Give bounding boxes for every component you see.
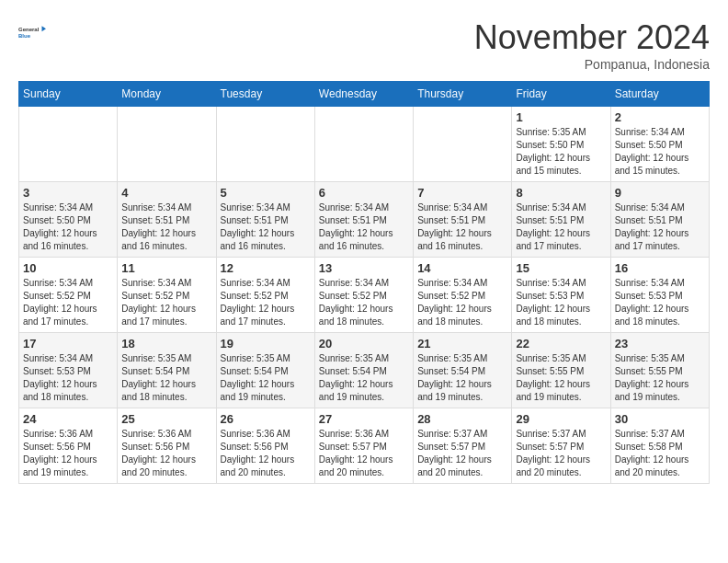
calendar-cell: 6Sunrise: 5:34 AM Sunset: 5:51 PM Daylig… — [314, 182, 413, 258]
calendar-cell: 29Sunrise: 5:37 AM Sunset: 5:57 PM Dayli… — [512, 408, 610, 484]
calendar-cell: 23Sunrise: 5:35 AM Sunset: 5:55 PM Dayli… — [610, 333, 709, 408]
day-info: Sunrise: 5:34 AM Sunset: 5:50 PM Dayligh… — [23, 201, 113, 253]
title-block: November 2024 Pompanua, Indonesia — [474, 18, 710, 72]
calendar-week-row-3: 10Sunrise: 5:34 AM Sunset: 5:52 PM Dayli… — [19, 258, 710, 333]
day-number: 20 — [319, 337, 409, 350]
day-info: Sunrise: 5:35 AM Sunset: 5:54 PM Dayligh… — [221, 352, 311, 404]
day-info: Sunrise: 5:36 AM Sunset: 5:56 PM Dayligh… — [121, 428, 211, 479]
calendar-cell: 22Sunrise: 5:35 AM Sunset: 5:55 PM Dayli… — [512, 333, 610, 408]
calendar-week-row-1: 1Sunrise: 5:35 AM Sunset: 5:50 PM Daylig… — [19, 107, 710, 182]
calendar-cell: 26Sunrise: 5:36 AM Sunset: 5:56 PM Dayli… — [216, 408, 314, 484]
day-number: 7 — [417, 186, 507, 200]
day-number: 15 — [516, 261, 606, 275]
calendar-cell: 30Sunrise: 5:37 AM Sunset: 5:58 PM Dayli… — [610, 408, 709, 484]
day-number: 30 — [615, 412, 705, 426]
calendar-cell — [19, 107, 118, 182]
day-info: Sunrise: 5:34 AM Sunset: 5:51 PM Dayligh… — [121, 201, 211, 253]
calendar-cell: 18Sunrise: 5:35 AM Sunset: 5:54 PM Dayli… — [118, 333, 216, 408]
day-number: 6 — [319, 186, 409, 200]
calendar-cell: 12Sunrise: 5:34 AM Sunset: 5:52 PM Dayli… — [216, 258, 314, 333]
day-number: 8 — [516, 186, 606, 200]
calendar-cell: 5Sunrise: 5:34 AM Sunset: 5:51 PM Daylig… — [216, 182, 314, 258]
calendar-cell: 20Sunrise: 5:35 AM Sunset: 5:54 PM Dayli… — [314, 333, 413, 408]
calendar-cell: 10Sunrise: 5:34 AM Sunset: 5:52 PM Dayli… — [19, 258, 118, 333]
svg-marker-2 — [42, 26, 47, 31]
calendar-cell: 28Sunrise: 5:37 AM Sunset: 5:57 PM Dayli… — [414, 408, 512, 484]
day-number: 2 — [615, 110, 705, 124]
day-number: 19 — [221, 337, 311, 350]
day-info: Sunrise: 5:34 AM Sunset: 5:50 PM Dayligh… — [615, 126, 705, 178]
day-info: Sunrise: 5:36 AM Sunset: 5:56 PM Dayligh… — [221, 428, 311, 479]
calendar-header-tuesday: Tuesday — [216, 82, 314, 107]
logo-icon: GeneralBlue — [18, 18, 46, 46]
day-number: 14 — [417, 261, 507, 275]
day-number: 3 — [23, 186, 113, 200]
calendar-cell — [314, 107, 413, 182]
calendar-cell: 14Sunrise: 5:34 AM Sunset: 5:52 PM Dayli… — [414, 258, 512, 333]
day-info: Sunrise: 5:37 AM Sunset: 5:57 PM Dayligh… — [516, 428, 606, 479]
svg-text:General: General — [18, 27, 40, 32]
calendar-cell: 11Sunrise: 5:34 AM Sunset: 5:52 PM Dayli… — [118, 258, 216, 333]
day-number: 13 — [319, 261, 409, 275]
calendar-header-saturday: Saturday — [610, 82, 709, 107]
day-number: 1 — [516, 110, 606, 124]
calendar-week-row-4: 17Sunrise: 5:34 AM Sunset: 5:53 PM Dayli… — [19, 333, 710, 408]
calendar-cell — [414, 107, 512, 182]
day-number: 26 — [221, 412, 311, 426]
calendar-table: SundayMondayTuesdayWednesdayThursdayFrid… — [18, 81, 710, 484]
calendar-header-thursday: Thursday — [414, 82, 512, 107]
day-info: Sunrise: 5:34 AM Sunset: 5:52 PM Dayligh… — [417, 277, 507, 328]
day-info: Sunrise: 5:36 AM Sunset: 5:56 PM Dayligh… — [23, 428, 113, 479]
calendar-header-wednesday: Wednesday — [314, 82, 413, 107]
day-info: Sunrise: 5:34 AM Sunset: 5:53 PM Dayligh… — [23, 352, 113, 404]
calendar-header-sunday: Sunday — [19, 82, 118, 107]
day-info: Sunrise: 5:34 AM Sunset: 5:51 PM Dayligh… — [319, 201, 409, 253]
day-number: 27 — [319, 412, 409, 426]
day-info: Sunrise: 5:34 AM Sunset: 5:51 PM Dayligh… — [417, 201, 507, 253]
day-number: 18 — [121, 337, 211, 350]
calendar-cell: 9Sunrise: 5:34 AM Sunset: 5:51 PM Daylig… — [610, 182, 709, 258]
day-info: Sunrise: 5:37 AM Sunset: 5:57 PM Dayligh… — [417, 428, 507, 479]
calendar-cell: 13Sunrise: 5:34 AM Sunset: 5:52 PM Dayli… — [314, 258, 413, 333]
calendar-cell: 7Sunrise: 5:34 AM Sunset: 5:51 PM Daylig… — [414, 182, 512, 258]
day-info: Sunrise: 5:34 AM Sunset: 5:52 PM Dayligh… — [221, 277, 311, 328]
day-number: 5 — [221, 186, 311, 200]
day-number: 16 — [615, 261, 705, 275]
day-number: 28 — [417, 412, 507, 426]
calendar-cell: 25Sunrise: 5:36 AM Sunset: 5:56 PM Dayli… — [118, 408, 216, 484]
calendar-header-monday: Monday — [118, 82, 216, 107]
day-info: Sunrise: 5:35 AM Sunset: 5:55 PM Dayligh… — [615, 352, 705, 404]
calendar-cell — [216, 107, 314, 182]
day-info: Sunrise: 5:35 AM Sunset: 5:54 PM Dayligh… — [319, 352, 409, 404]
calendar-cell: 3Sunrise: 5:34 AM Sunset: 5:50 PM Daylig… — [19, 182, 118, 258]
logo: GeneralBlue — [18, 18, 46, 46]
day-info: Sunrise: 5:36 AM Sunset: 5:57 PM Dayligh… — [319, 428, 409, 479]
day-info: Sunrise: 5:37 AM Sunset: 5:58 PM Dayligh… — [615, 428, 705, 479]
page-header: GeneralBlue November 2024 Pompanua, Indo… — [18, 18, 710, 72]
calendar-cell: 8Sunrise: 5:34 AM Sunset: 5:51 PM Daylig… — [512, 182, 610, 258]
day-info: Sunrise: 5:34 AM Sunset: 5:52 PM Dayligh… — [23, 277, 113, 328]
day-number: 23 — [615, 337, 705, 350]
day-number: 21 — [417, 337, 507, 350]
day-info: Sunrise: 5:34 AM Sunset: 5:52 PM Dayligh… — [121, 277, 211, 328]
calendar-header-friday: Friday — [512, 82, 610, 107]
calendar-cell: 2Sunrise: 5:34 AM Sunset: 5:50 PM Daylig… — [610, 107, 709, 182]
calendar-cell: 27Sunrise: 5:36 AM Sunset: 5:57 PM Dayli… — [314, 408, 413, 484]
calendar-cell: 16Sunrise: 5:34 AM Sunset: 5:53 PM Dayli… — [610, 258, 709, 333]
day-info: Sunrise: 5:35 AM Sunset: 5:55 PM Dayligh… — [516, 352, 606, 404]
day-number: 22 — [516, 337, 606, 350]
day-info: Sunrise: 5:35 AM Sunset: 5:54 PM Dayligh… — [417, 352, 507, 404]
location: Pompanua, Indonesia — [474, 57, 710, 72]
month-title: November 2024 — [474, 18, 710, 57]
day-info: Sunrise: 5:34 AM Sunset: 5:53 PM Dayligh… — [615, 277, 705, 328]
day-number: 11 — [121, 261, 211, 275]
calendar-cell: 15Sunrise: 5:34 AM Sunset: 5:53 PM Dayli… — [512, 258, 610, 333]
calendar-cell: 21Sunrise: 5:35 AM Sunset: 5:54 PM Dayli… — [414, 333, 512, 408]
calendar-cell: 19Sunrise: 5:35 AM Sunset: 5:54 PM Dayli… — [216, 333, 314, 408]
day-info: Sunrise: 5:34 AM Sunset: 5:53 PM Dayligh… — [516, 277, 606, 328]
day-number: 29 — [516, 412, 606, 426]
day-info: Sunrise: 5:34 AM Sunset: 5:51 PM Dayligh… — [516, 201, 606, 253]
calendar-cell: 17Sunrise: 5:34 AM Sunset: 5:53 PM Dayli… — [19, 333, 118, 408]
calendar-header-row: SundayMondayTuesdayWednesdayThursdayFrid… — [19, 82, 710, 107]
day-info: Sunrise: 5:35 AM Sunset: 5:50 PM Dayligh… — [516, 126, 606, 178]
